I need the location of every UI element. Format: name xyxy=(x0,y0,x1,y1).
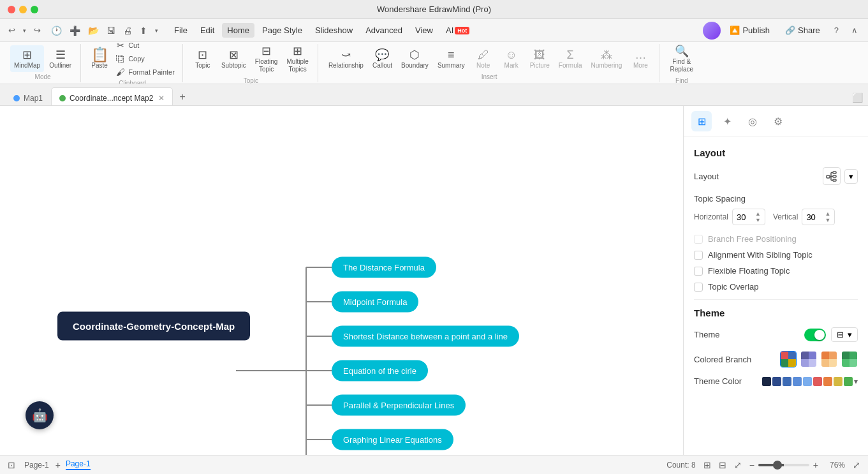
panel-tab-layout[interactable]: ⊞ xyxy=(691,111,712,131)
save-button[interactable]: 🖫 xyxy=(103,24,119,38)
swatch-4[interactable] xyxy=(793,377,802,386)
branch-node-3[interactable]: Shortest Distance between a point and a … xyxy=(332,326,519,347)
branch-node-6[interactable]: Graphing Linear Equations xyxy=(332,429,453,450)
subtopic-button[interactable]: ⊠ Subtopic xyxy=(217,45,250,72)
cut-button[interactable]: ✂ Cut xyxy=(113,42,177,52)
undo-dropdown[interactable]: ▾ xyxy=(20,26,29,36)
history-button[interactable]: 🕐 xyxy=(48,24,65,38)
help-button[interactable]: ? xyxy=(829,23,844,38)
add-page-button[interactable]: + xyxy=(55,460,61,470)
format-painter-button[interactable]: 🖌 Format Painter xyxy=(113,66,177,78)
branch-node-2[interactable]: Midpoint Formula xyxy=(332,292,418,313)
copy-button[interactable]: ⿻ Copy xyxy=(113,52,177,65)
export-button[interactable]: ⬆ xyxy=(136,24,151,38)
tab-map1[interactable]: Map1 xyxy=(5,87,51,105)
undo-button[interactable]: ↩ xyxy=(5,24,18,37)
zoom-in-button[interactable]: + xyxy=(813,460,818,470)
vertical-input[interactable]: 30 ▲ ▼ xyxy=(802,209,835,225)
mark-button[interactable]: ☺ Mark xyxy=(498,45,525,72)
outliner-button[interactable]: ☰ Outliner xyxy=(45,45,75,72)
menu-edit[interactable]: Edit xyxy=(195,23,219,38)
menu-pagestyle[interactable]: Page Style xyxy=(257,23,307,38)
vertical-up[interactable]: ▲ xyxy=(825,211,830,217)
close-button[interactable] xyxy=(8,6,15,13)
page-1-button[interactable]: Page-1 xyxy=(20,459,53,471)
central-node[interactable]: Coordinate-Geometry-Concept-Map xyxy=(57,312,250,341)
share-button[interactable]: 🔗 Share xyxy=(779,23,827,38)
menu-slideshow[interactable]: Slideshow xyxy=(310,23,358,38)
picture-button[interactable]: 🖼 Picture xyxy=(526,45,554,72)
fit-screen-button[interactable]: ⤢ xyxy=(853,460,860,470)
theme-color-dropdown[interactable]: ▾ xyxy=(854,377,858,386)
add-tab-button[interactable]: + xyxy=(173,89,191,105)
theme-color-swatches[interactable]: ▾ xyxy=(762,377,858,386)
menu-advanced[interactable]: Advanced xyxy=(360,23,408,38)
zoom-slider[interactable] xyxy=(758,464,809,466)
color-grid-opt-2[interactable] xyxy=(800,351,817,367)
tab-map2[interactable]: Coordinate...ncept Map2 ✕ xyxy=(51,87,173,105)
print-button[interactable]: 🖨 xyxy=(120,24,135,38)
redo-button[interactable]: ↪ xyxy=(31,24,44,37)
horizontal-input[interactable]: 30 ▲ ▼ xyxy=(732,209,765,225)
swatch-5[interactable] xyxy=(803,377,812,386)
topic-button[interactable]: ⊡ Topic xyxy=(189,45,216,72)
horizontal-down[interactable]: ▼ xyxy=(755,217,761,223)
ai-assistant-button[interactable]: 🤖 xyxy=(26,401,54,429)
menu-view[interactable]: View xyxy=(410,23,438,38)
new-button[interactable]: ➕ xyxy=(66,24,84,38)
panel-tab-style[interactable]: ✦ xyxy=(717,111,737,131)
swatch-9[interactable] xyxy=(844,377,853,386)
mindmap-button[interactable]: ⊞ MindMap xyxy=(10,45,44,72)
note-button[interactable]: 🖊 Note xyxy=(470,45,497,72)
layout-dropdown[interactable]: ▾ xyxy=(844,169,858,184)
multiple-topics-button[interactable]: ⊞ Multiple Topics xyxy=(283,42,312,76)
canvas[interactable]: Coordinate-Geometry-Concept-Map The Dist… xyxy=(0,106,683,455)
color-grid-opt-1[interactable] xyxy=(780,351,797,367)
menu-file[interactable]: File xyxy=(169,23,193,38)
theme-dropdown[interactable]: ⊟ ▾ xyxy=(831,327,858,342)
horizontal-spinner[interactable]: ▲ ▼ xyxy=(755,211,761,223)
panel-tab-settings[interactable]: ⚙ xyxy=(768,111,788,131)
publish-button[interactable]: 🔼 Publish xyxy=(723,23,776,38)
paste-button[interactable]: 📋 Paste xyxy=(87,45,112,72)
menu-ai[interactable]: AI Hot xyxy=(441,23,474,38)
minimize-button[interactable] xyxy=(19,6,27,13)
branch-node-5[interactable]: Parallel & Perpendicular Lines xyxy=(332,395,466,416)
summary-button[interactable]: ≡ Summary xyxy=(434,45,469,72)
vertical-down[interactable]: ▼ xyxy=(825,217,830,223)
menu-home[interactable]: Home xyxy=(222,23,254,38)
theme-toggle[interactable] xyxy=(804,329,826,341)
panel-tab-navigation[interactable]: ◎ xyxy=(742,111,763,131)
numbering-button[interactable]: ⁂ Numbering xyxy=(587,45,626,72)
export-dropdown[interactable]: ▾ xyxy=(152,26,161,36)
open-button[interactable]: 📂 xyxy=(85,24,102,38)
boundary-button[interactable]: ⬡ Boundary xyxy=(397,45,432,72)
expand-canvas-button[interactable]: ⬜ xyxy=(847,90,868,105)
layout-selector[interactable]: ▾ xyxy=(823,167,858,185)
swatch-2[interactable] xyxy=(772,377,781,386)
grid-view-button[interactable]: ⊞ xyxy=(703,460,711,470)
color-grid-opt-3[interactable] xyxy=(821,351,837,367)
profile-avatar[interactable] xyxy=(703,22,721,40)
tab-close-map2[interactable]: ✕ xyxy=(158,94,165,103)
color-grid-opt-4[interactable] xyxy=(841,351,858,367)
collapse-toolbar-button[interactable]: ∧ xyxy=(846,23,863,38)
swatch-8[interactable] xyxy=(834,377,842,386)
branch-free-checkbox[interactable] xyxy=(694,235,703,244)
floating-topic-button[interactable]: ⊟ Floating Topic xyxy=(251,42,282,76)
swatch-6[interactable] xyxy=(813,377,822,386)
swatch-3[interactable] xyxy=(783,377,791,386)
topic-overlap-checkbox[interactable] xyxy=(694,283,703,292)
swatch-1[interactable] xyxy=(762,377,771,386)
flexible-floating-checkbox[interactable] xyxy=(694,267,703,276)
alignment-checkbox[interactable] xyxy=(694,251,703,260)
vertical-spinner[interactable]: ▲ ▼ xyxy=(825,211,830,223)
maximize-button[interactable] xyxy=(31,6,38,13)
list-view-button[interactable]: ⊟ xyxy=(719,460,726,470)
callout-button[interactable]: 💬 Callout xyxy=(369,45,396,72)
horizontal-up[interactable]: ▲ xyxy=(755,211,761,217)
zoom-out-button[interactable]: − xyxy=(749,460,754,470)
fullscreen-button[interactable]: ⤢ xyxy=(734,460,742,470)
branch-node-1[interactable]: The Distance Formula xyxy=(332,257,436,278)
more-button[interactable]: … More xyxy=(627,45,654,72)
